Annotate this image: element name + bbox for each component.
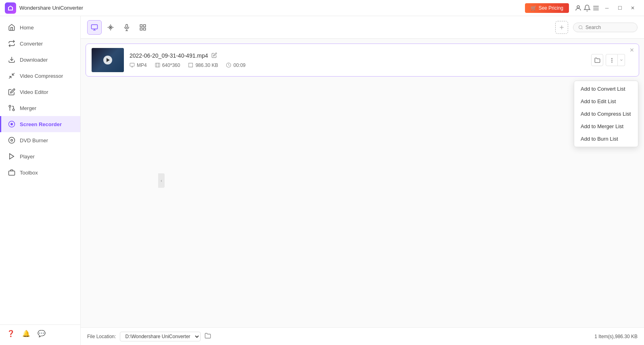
content-area: 2022-06-20_09-31-40-491.mp4 xyxy=(81,16,644,345)
svg-point-40 xyxy=(611,60,612,60)
svg-rect-16 xyxy=(92,25,98,29)
svg-point-8 xyxy=(9,105,11,107)
file-actions xyxy=(591,54,625,66)
resolution-icon xyxy=(155,62,160,68)
svg-rect-27 xyxy=(140,28,142,30)
sidebar-label-home: Home xyxy=(20,25,34,31)
maximize-button[interactable]: ☐ xyxy=(613,3,626,13)
dvd-icon xyxy=(8,136,16,144)
footer: File Location: D:\Wondershare UniConvert… xyxy=(81,327,644,345)
file-close-button[interactable] xyxy=(629,47,635,54)
file-rename-icon[interactable] xyxy=(211,52,217,59)
close-button[interactable]: ✕ xyxy=(626,3,639,13)
editor-icon xyxy=(8,88,16,96)
svg-line-6 xyxy=(13,73,15,75)
toolbar xyxy=(81,16,644,39)
sidebar-label-downloader: Downloader xyxy=(20,57,48,63)
footer-status: 1 Item(s),986.30 KB xyxy=(594,334,638,339)
file-name: 2022-06-20_09-31-40-491.mp4 xyxy=(130,52,208,59)
format-icon xyxy=(130,62,135,68)
cart-icon: 🛒 xyxy=(531,5,537,11)
svg-rect-35 xyxy=(155,63,160,67)
record-button[interactable] xyxy=(87,20,102,35)
dropdown-compress[interactable]: Add to Compress List xyxy=(574,108,638,120)
dropdown-burn[interactable]: Add to Burn List xyxy=(574,133,638,145)
svg-rect-24 xyxy=(140,25,142,27)
sidebar: Home Converter Downloader xyxy=(0,16,81,345)
file-more-dropdown-button[interactable] xyxy=(618,54,625,66)
file-item: 2022-06-20_09-31-40-491.mp4 xyxy=(86,44,639,77)
sidebar-item-video-compressor[interactable]: Video Compressor xyxy=(0,68,80,84)
file-location-select[interactable]: D:\Wondershare UniConverter xyxy=(120,332,201,341)
sidebar-item-dvd-burner[interactable]: DVD Burner xyxy=(0,132,80,148)
svg-point-20 xyxy=(110,27,111,28)
user-icon[interactable] xyxy=(574,4,583,12)
feedback-icon[interactable]: 💬 xyxy=(37,329,46,338)
help-icon[interactable]: ❓ xyxy=(6,329,15,338)
svg-rect-15 xyxy=(9,171,15,175)
app-logo xyxy=(5,2,16,14)
file-more-button[interactable] xyxy=(606,54,618,66)
svg-rect-25 xyxy=(144,25,146,27)
sidebar-item-converter[interactable]: Converter xyxy=(0,35,80,52)
sidebar-collapse-button[interactable]: ‹ xyxy=(158,173,165,188)
see-pricing-button[interactable]: 🛒 See Pricing xyxy=(525,3,569,13)
file-info: 2022-06-20_09-31-40-491.mp4 xyxy=(130,52,585,68)
svg-rect-32 xyxy=(130,63,134,67)
file-duration: 00:09 xyxy=(226,62,245,68)
sidebar-label-player: Player xyxy=(20,154,35,160)
file-list: 2022-06-20_09-31-40-491.mp4 xyxy=(81,39,644,327)
sidebar-item-merger[interactable]: Merger xyxy=(0,100,80,116)
svg-line-31 xyxy=(581,28,582,29)
minimize-button[interactable]: ─ xyxy=(600,3,613,13)
webcam-button[interactable] xyxy=(103,20,118,35)
svg-point-0 xyxy=(577,6,579,8)
notification-icon[interactable] xyxy=(583,4,592,12)
sidebar-item-screen-recorder[interactable]: Screen Recorder xyxy=(0,116,80,132)
svg-rect-21 xyxy=(126,24,128,27)
file-size: 986.30 KB xyxy=(188,62,218,68)
file-location-label: File Location: xyxy=(87,334,116,339)
sidebar-label-converter: Converter xyxy=(20,41,43,47)
see-pricing-label: See Pricing xyxy=(539,5,563,11)
sidebar-item-player[interactable]: Player xyxy=(0,148,80,164)
app-title: Wondershare UniConverter xyxy=(19,5,525,11)
sidebar-label-dvd-burner: DVD Burner xyxy=(20,137,48,143)
duration-icon xyxy=(226,62,231,68)
file-folder-button[interactable] xyxy=(591,54,603,66)
sidebar-label-toolbox: Toolbox xyxy=(20,170,38,176)
search-input[interactable] xyxy=(585,25,632,30)
svg-point-11 xyxy=(11,123,13,125)
add-file-button[interactable] xyxy=(555,21,568,34)
svg-point-7 xyxy=(13,109,15,111)
sidebar-item-home[interactable]: Home xyxy=(0,19,80,35)
file-thumbnail xyxy=(92,48,124,72)
search-icon xyxy=(578,25,583,30)
recorder-icon xyxy=(8,120,16,128)
svg-marker-14 xyxy=(10,154,14,159)
sidebar-label-screen-recorder: Screen Recorder xyxy=(20,121,62,127)
menu-icon[interactable] xyxy=(592,4,600,12)
dropdown-convert[interactable]: Add to Convert List xyxy=(574,83,638,95)
mic-button[interactable] xyxy=(119,20,134,35)
svg-point-41 xyxy=(611,62,612,62)
footer-folder-icon[interactable] xyxy=(205,333,211,340)
svg-rect-26 xyxy=(144,28,146,30)
sidebar-item-toolbox[interactable]: Toolbox xyxy=(0,164,80,181)
dropdown-merge[interactable]: Add to Merger List xyxy=(574,120,638,133)
sidebar-item-video-editor[interactable]: Video Editor xyxy=(0,84,80,100)
grid-button[interactable] xyxy=(136,20,150,35)
sidebar-label-video-editor: Video Editor xyxy=(20,89,48,95)
home-icon xyxy=(8,23,16,31)
size-icon xyxy=(188,62,193,68)
sidebar-item-downloader[interactable]: Downloader xyxy=(0,52,80,68)
toolbox-icon xyxy=(8,168,16,177)
titlebar: Wondershare UniConverter 🛒 See Pricing ─… xyxy=(0,0,644,16)
file-format: MP4 xyxy=(130,62,147,68)
svg-point-13 xyxy=(11,139,13,141)
dropdown-edit[interactable]: Add to Edit List xyxy=(574,95,638,108)
sidebar-footer: ❓ 🔔 💬 xyxy=(0,324,80,342)
bell-icon[interactable]: 🔔 xyxy=(22,329,31,338)
svg-line-5 xyxy=(9,77,11,79)
play-button[interactable] xyxy=(103,56,112,64)
